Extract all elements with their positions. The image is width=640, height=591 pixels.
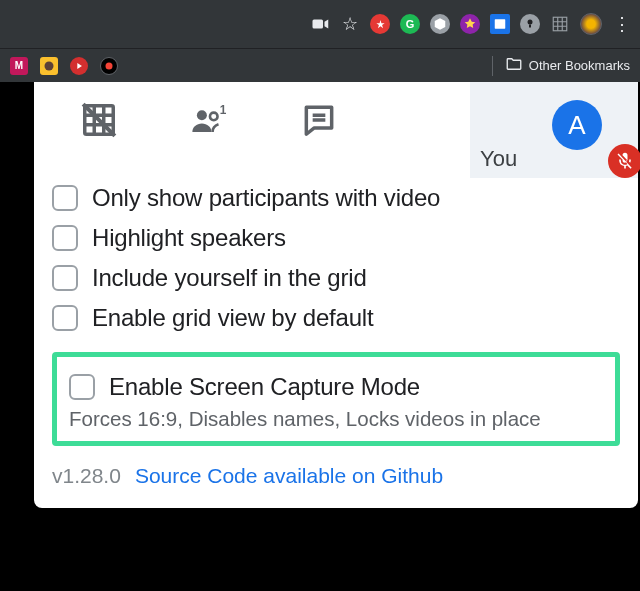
tab-grid-view[interactable] — [44, 82, 154, 158]
svg-rect-0 — [313, 20, 324, 29]
grid-view-extension-popup: You A — [34, 82, 638, 508]
option-label: Include yourself in the grid — [92, 264, 367, 292]
option-highlight-speakers[interactable]: Highlight speakers — [52, 218, 620, 258]
bookmark-item-2[interactable] — [40, 57, 58, 75]
avatar-initial: A — [568, 110, 585, 141]
svg-rect-1 — [495, 19, 506, 28]
options-list: Only show participants with video Highli… — [34, 158, 638, 446]
extension-icon-3[interactable] — [430, 14, 450, 34]
other-bookmarks-button[interactable]: Other Bookmarks — [492, 55, 630, 76]
browser-toolbar: ☆ G ⋮ — [0, 0, 640, 48]
browser-menu-icon[interactable]: ⋮ — [612, 14, 632, 34]
bookmark-item-1[interactable]: M — [10, 57, 28, 75]
svg-point-9 — [210, 113, 218, 121]
svg-point-6 — [106, 62, 113, 69]
source-code-link[interactable]: Source Code available on Github — [135, 464, 443, 488]
bookmark-item-3[interactable] — [70, 57, 88, 75]
extension-icon-1[interactable] — [370, 14, 390, 34]
checkbox[interactable] — [69, 374, 95, 400]
checkbox[interactable] — [52, 225, 78, 251]
self-video-tile[interactable]: You A — [470, 82, 638, 178]
highlighted-option-box: Enable Screen Capture Mode Forces 16:9, … — [52, 352, 620, 446]
option-only-video-participants[interactable]: Only show participants with video — [52, 178, 620, 218]
extension-icon-2[interactable]: G — [400, 14, 420, 34]
checkbox[interactable] — [52, 185, 78, 211]
checkbox[interactable] — [52, 305, 78, 331]
option-description: Forces 16:9, Disables names, Locks video… — [69, 407, 603, 431]
svg-point-5 — [45, 61, 54, 70]
bookmark-item-4[interactable] — [100, 57, 118, 75]
option-label: Enable Screen Capture Mode — [109, 373, 420, 401]
popup-footer: v1.28.0 Source Code available on Github — [34, 446, 638, 508]
bookmarks-bar: M Other Bookmarks — [0, 48, 640, 82]
version-text: v1.28.0 — [52, 464, 121, 488]
extension-icon-4[interactable] — [460, 14, 480, 34]
other-bookmarks-label: Other Bookmarks — [529, 58, 630, 73]
option-label: Enable grid view by default — [92, 304, 373, 332]
folder-icon — [505, 55, 523, 76]
svg-point-2 — [528, 20, 533, 25]
option-label: Highlight speakers — [92, 224, 286, 252]
option-label: Only show participants with video — [92, 184, 440, 212]
option-screen-capture-mode[interactable]: Enable Screen Capture Mode — [69, 371, 603, 405]
tab-chat[interactable] — [264, 82, 374, 158]
tab-participants[interactable]: 1 — [154, 82, 264, 158]
recording-icon[interactable] — [310, 14, 330, 34]
profile-avatar-icon[interactable] — [580, 13, 602, 35]
option-include-yourself[interactable]: Include yourself in the grid — [52, 258, 620, 298]
svg-rect-3 — [529, 25, 531, 28]
page-content: You A — [0, 82, 640, 591]
svg-rect-4 — [553, 17, 567, 31]
muted-mic-icon[interactable] — [608, 144, 640, 178]
extension-grid-icon[interactable] — [550, 14, 570, 34]
avatar: A — [552, 100, 602, 150]
bookmark-star-icon[interactable]: ☆ — [340, 14, 360, 34]
checkbox[interactable] — [52, 265, 78, 291]
option-default-grid-view[interactable]: Enable grid view by default — [52, 298, 620, 338]
self-label: You — [480, 146, 517, 172]
bookmarks-left-group: M — [10, 57, 118, 75]
extension-icon-6[interactable] — [520, 14, 540, 34]
bookmarks-separator — [492, 56, 493, 76]
extension-icon-5[interactable] — [490, 14, 510, 34]
svg-text:1: 1 — [220, 103, 227, 117]
svg-point-8 — [197, 110, 207, 120]
